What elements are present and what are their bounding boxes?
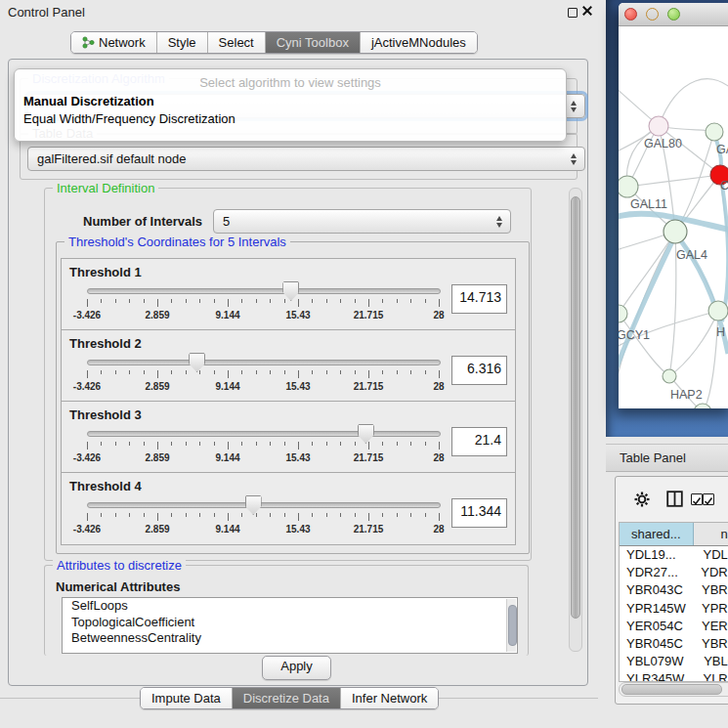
cell-name[interactable]: YPR1 [696, 600, 728, 618]
cell-shared-name[interactable]: YLR345W [620, 670, 697, 682]
attribute-item-topologicalcoefficient[interactable]: TopologicalCoefficient [63, 615, 517, 631]
tab-network[interactable]: Network [71, 32, 156, 53]
threshold-value-field[interactable]: 11.344 [451, 498, 507, 528]
table-row[interactable]: YLR345WYLR3 [620, 670, 728, 682]
content-scrollbar[interactable] [569, 188, 582, 652]
float-window-icon[interactable] [568, 8, 578, 18]
minor-tick [256, 513, 257, 517]
attribute-item-selfloops[interactable]: SelfLoops [63, 598, 517, 615]
tab-jactivemnodules[interactable]: jActiveMNodules [360, 32, 477, 53]
gear-icon[interactable] [634, 492, 650, 507]
cell-name[interactable]: YBR0 [696, 635, 728, 653]
cell-shared-name[interactable]: YBR043C [620, 581, 696, 599]
close-traffic-light-icon[interactable] [624, 8, 637, 21]
network-node[interactable] [619, 176, 638, 197]
network-node[interactable] [663, 369, 676, 383]
tick-label: -3.426 [73, 452, 101, 463]
network-node[interactable] [649, 116, 668, 136]
cell-shared-name[interactable]: YDR27... [620, 564, 695, 581]
network-canvas[interactable]: GAL80GAL11GAL4GCY1HAP2GACH [619, 26, 728, 408]
tab-impute-data[interactable]: Impute Data [141, 688, 232, 708]
node-table[interactable]: shared... na YDL19...YDL1YDR27...YDR2YBR… [619, 522, 728, 682]
apply-button[interactable]: Apply [262, 656, 331, 680]
major-tick [87, 442, 88, 450]
cell-shared-name[interactable]: YBR045C [620, 635, 696, 653]
table-data-select[interactable]: galFiltered.sif default node [27, 147, 585, 171]
checkbox-checked-icon[interactable] [703, 493, 714, 505]
table-row[interactable]: YDR27...YDR2 [620, 564, 728, 581]
minor-tick [101, 299, 102, 303]
number-of-intervals-select[interactable]: 5 [213, 209, 511, 234]
tab-label: Select [219, 35, 254, 50]
threshold-slider-thumb[interactable] [358, 424, 374, 444]
network-view-window[interactable]: GAL80GAL11GAL4GCY1HAP2GACH [619, 3, 728, 408]
minor-tick [115, 513, 116, 517]
threshold-slider-track[interactable] [87, 360, 441, 365]
close-icon[interactable] [581, 4, 593, 18]
network-node[interactable] [694, 404, 711, 408]
network-window-titlebar[interactable] [619, 3, 728, 26]
table-panel-title: Table Panel [620, 450, 686, 465]
table-row[interactable]: YPR145WYPR1 [620, 600, 728, 618]
table-horizontal-scrollbar[interactable] [619, 682, 728, 697]
algorithm-option-equal-width[interactable]: Equal Width/Frequency Discretization [23, 111, 236, 126]
network-node[interactable] [708, 301, 728, 321]
minor-tick [214, 513, 215, 517]
threshold-slider-track[interactable] [87, 288, 441, 294]
cell-name[interactable]: YBL0 [698, 653, 728, 670]
threshold-slider-thumb[interactable] [189, 353, 205, 372]
cell-shared-name[interactable]: YDL19... [620, 546, 697, 564]
zoom-traffic-light-icon[interactable] [667, 8, 680, 21]
major-tick [228, 370, 229, 378]
algorithm-option-manual[interactable]: Manual Discretization [23, 94, 154, 108]
network-node[interactable] [664, 220, 687, 243]
tick-label: 15.43 [285, 310, 310, 321]
minor-tick [101, 513, 102, 517]
table-row[interactable]: YBR043CYBR0 [620, 581, 728, 599]
tab-style[interactable]: Style [156, 32, 207, 53]
attributes-scrollbar[interactable] [506, 599, 516, 652]
threshold-value-field[interactable]: 21.4 [451, 427, 507, 456]
attributes-scrollbar-thumb[interactable] [508, 605, 517, 646]
minor-tick [340, 442, 341, 446]
numerical-attributes-list[interactable]: SelfLoopsTopologicalCoefficientBetweenne… [62, 597, 518, 654]
cell-name[interactable]: YBR0 [696, 581, 728, 599]
table-row[interactable]: YER054CYER0 [620, 618, 728, 635]
content-scrollbar-thumb[interactable] [571, 196, 580, 619]
cell-shared-name[interactable]: YBL079W [620, 653, 698, 670]
table-row[interactable]: YDL19...YDL1 [620, 546, 728, 564]
cell-shared-name[interactable]: YER054C [620, 618, 696, 635]
minimize-traffic-light-icon[interactable] [646, 8, 659, 21]
minor-tick [115, 370, 116, 374]
attribute-item-betweennesscentrality[interactable]: BetweennessCentrality [63, 630, 517, 647]
threshold-value-field[interactable]: 14.713 [451, 284, 507, 314]
minor-tick [382, 442, 383, 446]
minor-tick [144, 299, 145, 303]
threshold-slider-track[interactable] [87, 502, 441, 508]
tab-cyni-toolbox[interactable]: Cyni Toolbox [265, 32, 360, 53]
cell-name[interactable]: YDL1 [697, 546, 728, 564]
threshold-slider-thumb[interactable] [245, 495, 262, 515]
threshold-slider-track[interactable] [87, 431, 441, 437]
cell-name[interactable]: YLR3 [697, 670, 728, 682]
cell-name[interactable]: YDR2 [695, 564, 728, 581]
cell-name[interactable]: YER0 [696, 618, 728, 635]
threshold-value-field[interactable]: 6.316 [451, 356, 507, 385]
major-tick [368, 370, 369, 378]
threshold-slider-thumb[interactable] [282, 281, 299, 301]
tab-infer-network[interactable]: Infer Network [340, 688, 438, 708]
table-row[interactable]: YBR045CYBR0 [620, 635, 728, 653]
table-panel-titlebar: Table Panel [606, 444, 728, 472]
network-node[interactable] [706, 123, 723, 141]
algorithm-placeholder-option[interactable]: Select algorithm to view settings [15, 75, 566, 90]
table-horizontal-scrollbar-thumb[interactable] [621, 684, 722, 695]
tab-discretize-data[interactable]: Discretize Data [232, 688, 340, 708]
column-header-name[interactable]: na [694, 523, 728, 545]
tab-select[interactable]: Select [207, 32, 265, 53]
network-node[interactable] [619, 305, 627, 322]
table-row[interactable]: YBL079WYBL0 [620, 653, 728, 670]
split-columns-icon[interactable] [666, 491, 683, 507]
checkbox-checked-icon[interactable] [691, 493, 703, 505]
cell-shared-name[interactable]: YPR145W [620, 600, 696, 618]
column-header-shared-name[interactable]: shared... [620, 523, 694, 545]
